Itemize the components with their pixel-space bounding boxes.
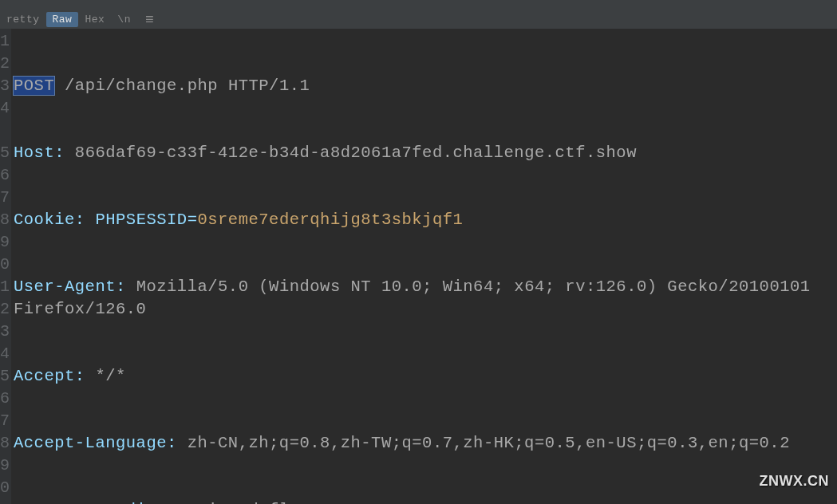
line-number: 3 [0, 321, 10, 343]
line-number: 7 [0, 410, 10, 432]
header-line[interactable]: Accept-Encoding: gzip, deflate [14, 499, 837, 504]
cookie-key: PHPSESSID [95, 211, 187, 229]
header-name-acceptenc: Accept-Encoding [14, 501, 167, 504]
line-number: 7 [0, 187, 10, 209]
line-number: 1 [0, 30, 10, 53]
header-name-accept: Accept [14, 367, 75, 385]
header-name-cookie: Cookie [14, 211, 75, 229]
http-protocol: HTTP/1.1 [228, 77, 310, 95]
line-number: 1 [0, 276, 10, 298]
editor-content[interactable]: POST /api/change.php HTTP/1.1 Host: 866d… [11, 29, 837, 504]
line-number: 4 [0, 97, 10, 120]
header-name-acceptlang: Accept-Language [14, 434, 167, 452]
line-number: 9 [0, 231, 10, 254]
header-name-useragent: User-Agent [14, 278, 116, 296]
header-value-acceptenc: gzip, deflate [188, 501, 320, 504]
line-number: 2 [0, 298, 10, 321]
line-number: 0 [0, 254, 10, 276]
line-number: 4 [0, 343, 10, 365]
line-number [0, 120, 10, 142]
line-number: 9 [0, 455, 10, 477]
header-line[interactable]: Accept: */* [14, 365, 837, 388]
tab-raw[interactable]: Raw [46, 12, 79, 27]
header-value-host: 866daf69-c33f-412e-b34d-a8d2061a7fed.cha… [75, 144, 637, 162]
http-editor[interactable]: 1 2 3 4 5 6 7 8 9 0 1 2 3 4 5 6 7 8 9 0 … [0, 29, 837, 504]
header-line[interactable]: Cookie: PHPSESSID=0sreme7ederqhijg8t3sbk… [14, 209, 837, 231]
header-value-acceptlang: zh-CN,zh;q=0.8,zh-TW;q=0.7,zh-HK;q=0.5,e… [188, 434, 790, 452]
line-number: 5 [0, 142, 10, 164]
window-top-strip [0, 0, 837, 10]
line-number: 0 [0, 477, 10, 499]
header-value-accept: */* [95, 367, 125, 385]
tab-pretty[interactable]: retty [0, 12, 46, 27]
header-line[interactable]: Accept-Language: zh-CN,zh;q=0.8,zh-TW;q=… [14, 432, 837, 455]
header-value-useragent: Mozilla/5.0 (Windows NT 10.0; Win64; x64… [14, 278, 820, 318]
header-line[interactable]: User-Agent: Mozilla/5.0 (Windows NT 10.0… [14, 276, 837, 321]
line-number: 6 [0, 164, 10, 187]
tab-newline[interactable]: \n [111, 12, 137, 27]
cookie-value: 0sreme7ederqhijg8t3sbkjqf1 [197, 211, 463, 229]
tab-hex[interactable]: Hex [78, 12, 111, 27]
line-number: 3 [0, 75, 10, 97]
watermark: ZNWX.CN [760, 473, 830, 490]
line-number: 8 [0, 209, 10, 231]
request-path: /api/change.php [65, 77, 218, 95]
http-method: POST [14, 77, 54, 95]
line-number: 6 [0, 388, 10, 410]
line-number: 5 [0, 365, 10, 388]
header-line[interactable]: Host: 866daf69-c33f-412e-b34d-a8d2061a7f… [14, 142, 837, 164]
line-number-gutter: 1 2 3 4 5 6 7 8 9 0 1 2 3 4 5 6 7 8 9 0 [0, 29, 11, 504]
line-number: 8 [0, 432, 10, 455]
header-name-host: Host [14, 144, 54, 162]
line-number: 2 [0, 53, 10, 75]
request-line[interactable]: POST /api/change.php HTTP/1.1 [14, 75, 837, 97]
tab-menu-icon[interactable]: ≡ [145, 12, 154, 28]
view-tabs: retty Raw Hex \n ≡ [0, 10, 837, 29]
